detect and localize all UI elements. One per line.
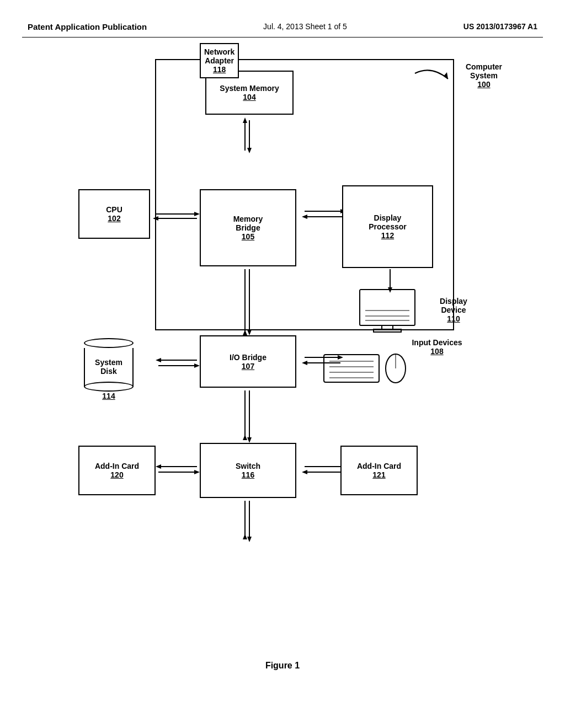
system-memory-num: 104: [243, 93, 255, 101]
computer-system-label: ComputerSystem 100: [448, 62, 520, 89]
system-disk-num: 114: [102, 392, 115, 400]
diagram-area: System Memory 104 ComputerSystem 100 CPU…: [34, 43, 531, 650]
svg-rect-46: [374, 329, 401, 332]
memory-bridge-box: MemoryBridge 105: [200, 189, 296, 266]
svg-marker-12: [302, 215, 307, 219]
publication-label: Patent Application Publication: [28, 22, 147, 31]
cylinder-bottom: [84, 382, 134, 392]
system-memory-label: System Memory: [220, 84, 279, 93]
page: Patent Application Publication Jul. 4, 2…: [0, 0, 565, 728]
svg-marker-20: [156, 358, 161, 362]
display-processor-label: DisplayProcessor: [369, 213, 406, 231]
keyboard-mouse-icon: [321, 349, 409, 388]
svg-marker-22: [194, 363, 200, 368]
page-header: Patent Application Publication Jul. 4, 2…: [22, 11, 543, 38]
svg-marker-6: [194, 212, 200, 216]
switch-box: Switch 116: [200, 443, 296, 498]
cpu-box: CPU 102: [78, 189, 150, 239]
io-bridge-label: I/O Bridge: [230, 353, 266, 362]
svg-marker-30: [243, 435, 247, 440]
display-processor-num: 112: [381, 231, 394, 240]
svg-marker-26: [302, 361, 307, 365]
io-bridge-num: 107: [242, 362, 254, 371]
computer-system-text: ComputerSystem: [466, 62, 502, 80]
cpu-num: 102: [108, 214, 120, 223]
svg-marker-16: [243, 330, 247, 335]
memory-bridge-label: MemoryBridge: [233, 215, 263, 232]
add-in-card-120-box: Add-In Card 120: [78, 446, 156, 495]
network-adapter-label: NetworkAdapter: [204, 47, 234, 65]
svg-marker-4: [243, 117, 247, 123]
monitor-icon: [357, 288, 418, 333]
display-device-area: [343, 288, 431, 344]
cylinder-body: SystemDisk: [84, 348, 134, 387]
add-in-card-121-label: Add-In Card: [357, 462, 401, 470]
switch-num: 116: [242, 470, 254, 479]
svg-rect-44: [360, 290, 415, 325]
add-in-card-120-label: Add-In Card: [95, 462, 139, 470]
svg-marker-8: [153, 216, 158, 221]
sheet-info: Jul. 4, 2013 Sheet 1 of 5: [263, 22, 347, 31]
cylinder-top: [84, 338, 134, 348]
add-in-card-121-box: Add-In Card 121: [340, 446, 418, 495]
io-bridge-box: I/O Bridge 107: [200, 335, 296, 388]
add-in-card-120-num: 120: [110, 470, 123, 479]
display-device-label: DisplayDevice 110: [420, 297, 487, 323]
network-adapter-num: 118: [213, 65, 226, 74]
svg-marker-14: [247, 330, 252, 335]
memory-bridge-num: 105: [242, 232, 254, 241]
svg-marker-38: [302, 470, 307, 474]
svg-marker-28: [247, 437, 252, 443]
add-in-card-121-num: 121: [372, 470, 385, 479]
network-adapter-box: NetworkAdapter 118: [200, 43, 239, 78]
svg-marker-34: [194, 470, 200, 474]
cpu-label: CPU: [106, 205, 122, 214]
svg-marker-40: [247, 537, 252, 542]
patent-number: US 2013/0173967 A1: [463, 22, 537, 31]
svg-marker-42: [243, 534, 247, 539]
computer-system-num: 100: [477, 80, 490, 89]
input-devices-label: Input Devices 108: [398, 338, 476, 356]
system-disk-label: SystemDisk: [95, 358, 122, 376]
switch-label: Switch: [236, 462, 260, 470]
figure-caption: Figure 1: [22, 661, 543, 671]
svg-marker-32: [156, 464, 161, 469]
system-disk-cylinder: SystemDisk 114: [78, 338, 139, 400]
svg-marker-2: [247, 148, 252, 153]
input-devices-icons: [321, 349, 409, 382]
display-processor-box: DisplayProcessor 112: [342, 185, 433, 268]
svg-marker-43: [444, 72, 448, 79]
